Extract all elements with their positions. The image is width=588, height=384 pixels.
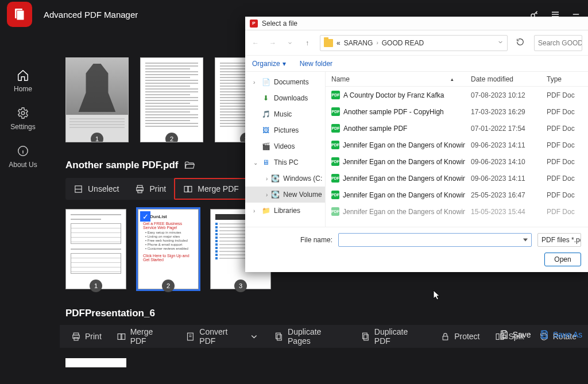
- organize-button[interactable]: Organize ▾: [252, 60, 286, 68]
- nav-up-icon[interactable]: ↑: [303, 38, 312, 48]
- save-as-button[interactable]: Save As: [539, 329, 582, 340]
- save-button[interactable]: Save: [499, 329, 531, 340]
- file-row[interactable]: PDFJennifer Egan on the Dangers of Knowi…: [326, 203, 588, 220]
- duplicate-pages-button[interactable]: Duplicate Pages: [267, 325, 353, 348]
- sidebar-item-about[interactable]: About Us: [9, 145, 37, 169]
- page-number: 2: [165, 133, 178, 142]
- file-date: 25-05-2023 16:47: [465, 191, 541, 199]
- file-name: Jennifer Egan on the Dangers of Knowing.…: [343, 158, 465, 166]
- dialog-footer: File name: PDF files *.pdf Open: [245, 227, 588, 272]
- save-group: Save Save As: [499, 329, 588, 340]
- app-title: Advanced PDF Manager: [44, 10, 138, 20]
- folder-tree: ›📄Documents ⬇Downloads 🎵Music 🖼Pictures …: [245, 72, 326, 227]
- folder-icon: [324, 39, 333, 47]
- file-row[interactable]: PDFJennifer Egan on the Dangers of Knowi…: [326, 153, 588, 170]
- file-row[interactable]: PDFJennifer Egan on the Dangers of Knowi…: [326, 137, 588, 153]
- page-thumbnail[interactable]: 2: [140, 57, 203, 142]
- section-header: PDFPresentation_6: [52, 301, 588, 325]
- selected-check-icon: ✓: [140, 211, 150, 222]
- file-name: A Country Doctor by Franz Kafka: [343, 91, 444, 99]
- file-name: Another sample PDF - CopyHigh: [343, 108, 444, 116]
- svg-rect-27: [543, 335, 546, 338]
- videos-icon: 🎬: [261, 142, 270, 151]
- page-thumbnail[interactable]: 1: [65, 209, 126, 289]
- svg-rect-18: [277, 334, 282, 340]
- file-type: PDF Doc: [541, 208, 588, 216]
- pictures-icon: 🖼: [261, 126, 270, 135]
- page-number: 3: [234, 280, 247, 292]
- tree-item-music[interactable]: 🎵Music: [245, 106, 325, 122]
- file-row[interactable]: PDFJennifer Egan on the Dangers of Knowi…: [326, 170, 588, 187]
- tree-item-documents[interactable]: ›📄Documents: [245, 74, 325, 90]
- chevron-down-icon: [249, 332, 259, 342]
- nav-back-icon[interactable]: ←: [251, 38, 260, 48]
- column-date[interactable]: Date modified: [465, 75, 541, 83]
- unselect-button[interactable]: Unselect: [65, 178, 127, 200]
- tree-item-new-volume[interactable]: ›💽New Volume: [245, 187, 325, 203]
- tree-item-this-pc[interactable]: ⌄🖥This PC: [245, 154, 325, 170]
- chevron-down-icon: ▾: [283, 60, 286, 68]
- file-date: 09-06-2023 14:11: [465, 174, 541, 183]
- pc-icon: 🖥: [261, 158, 270, 167]
- file-row[interactable]: PDFAnother sample PDF - CopyHigh 17-03-2…: [326, 103, 588, 120]
- tree-item-downloads[interactable]: ⬇Downloads: [245, 90, 325, 106]
- dialog-tools: Organize ▾ New folder: [245, 56, 588, 72]
- protect-button[interactable]: Protect: [434, 325, 486, 348]
- file-type: PDF Doc: [541, 125, 588, 133]
- sidebar-item-home[interactable]: Home: [14, 69, 32, 93]
- svg-rect-13: [74, 337, 78, 340]
- svg-rect-21: [443, 336, 448, 339]
- dialog-nav: ← → ↑ « SARANG › GOOD READ Search GOOD R: [245, 30, 588, 56]
- pdf-file-icon: PDF: [331, 107, 340, 116]
- file-row[interactable]: PDFAnother sample PDF 07-01-2022 17:54 P…: [326, 120, 588, 137]
- open-button[interactable]: Open: [544, 253, 581, 266]
- page-thumbnail-selected[interactable]: ✓ DunList Get a FREE Business Service We…: [138, 209, 199, 289]
- tree-item-libraries[interactable]: ›📁Libraries: [245, 203, 325, 219]
- svg-rect-1: [17, 10, 24, 20]
- cursor-icon: [433, 290, 441, 301]
- document-icon: 📄: [261, 77, 270, 87]
- duplicate-pdf-button[interactable]: Duplicate PDF: [354, 325, 432, 348]
- file-type-filter[interactable]: PDF files *.pdf: [537, 233, 581, 247]
- print-button[interactable]: Print: [64, 325, 109, 348]
- file-date: 09-06-2023 14:10: [465, 158, 541, 166]
- page-number: 1: [90, 280, 102, 292]
- refresh-icon[interactable]: [516, 37, 526, 48]
- merge-pdf-button[interactable]: Merge PDF: [110, 325, 178, 348]
- page-thumbnail[interactable]: 1: [65, 57, 129, 142]
- tree-item-windows-c[interactable]: ›💽Windows (C:: [245, 170, 325, 187]
- chevron-down-icon[interactable]: [497, 39, 504, 47]
- pdf-file-icon: PDF: [331, 157, 339, 166]
- page-thumbnail[interactable]: [65, 358, 126, 367]
- sidebar-label: About Us: [9, 161, 37, 169]
- column-type[interactable]: Type: [541, 75, 588, 83]
- nav-chevron-down-icon[interactable]: [285, 38, 295, 48]
- merge-pdf-button[interactable]: Merge PDF: [174, 178, 248, 200]
- print-button[interactable]: Print: [127, 178, 174, 200]
- new-folder-button[interactable]: New folder: [300, 60, 332, 68]
- pdf-file-icon: PDF: [331, 191, 339, 199]
- sidebar-item-settings[interactable]: Settings: [10, 107, 35, 131]
- address-bar[interactable]: « SARANG › GOOD READ: [320, 35, 508, 51]
- drive-icon: 💽: [271, 190, 280, 199]
- filename-label: File name:: [252, 236, 332, 244]
- tree-item-pictures[interactable]: 🖼Pictures: [245, 122, 325, 138]
- filename-input[interactable]: [338, 233, 532, 247]
- file-dialog: P Select a file ← → ↑ « SARANG › GOOD RE…: [245, 17, 588, 272]
- column-name[interactable]: Name ▴: [326, 75, 465, 83]
- nav-forward-icon[interactable]: →: [268, 38, 277, 48]
- svg-rect-25: [502, 335, 506, 338]
- svg-rect-24: [502, 331, 506, 333]
- convert-pdf-button[interactable]: Convert PDF: [179, 325, 266, 348]
- document-title: PDFPresentation_6: [65, 308, 155, 319]
- pdf-file-icon: PDF: [331, 91, 340, 99]
- file-date: 17-03-2023 16:29: [465, 108, 541, 116]
- file-row[interactable]: PDFA Country Doctor by Franz Kafka 07-08…: [326, 87, 588, 103]
- tree-item-videos[interactable]: 🎬Videos: [245, 138, 325, 154]
- search-input[interactable]: Search GOOD R: [534, 35, 582, 51]
- file-row[interactable]: PDFJennifer Egan on the Dangers of Knowi…: [326, 187, 588, 203]
- open-folder-icon[interactable]: [184, 160, 195, 171]
- sort-asc-icon: ▴: [451, 76, 454, 82]
- svg-rect-20: [364, 334, 369, 340]
- svg-rect-26: [543, 331, 546, 333]
